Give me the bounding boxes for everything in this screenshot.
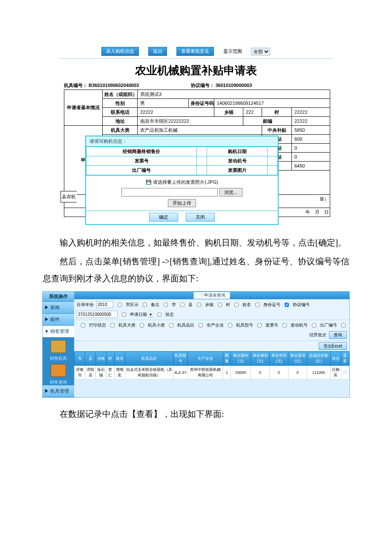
subsidy-central-label: 中央补贴 [262, 126, 292, 135]
machine-no-value: B360101090602040003 [89, 83, 139, 88]
invoice-no-input[interactable] [197, 156, 207, 166]
start-upload-button[interactable]: 开始上传 [168, 199, 196, 207]
machine-cat-value: 农产品初加工机械 [138, 126, 262, 135]
subsidy-subtotal-value: 6450 [292, 162, 330, 171]
subsidy4-value: 0 [292, 153, 330, 162]
village-label: 村 [262, 108, 292, 117]
query-tab[interactable]: 📄 申请表查询 [193, 292, 231, 299]
machine-no-label: 机具编号： [64, 83, 87, 88]
invoice-pic-cell [267, 166, 277, 175]
scope-label: 显示范围 [223, 48, 242, 55]
chk-name[interactable] [234, 303, 239, 307]
post-label: 邮编 [243, 117, 292, 126]
blank-area [74, 380, 349, 397]
chk-village[interactable] [218, 303, 222, 307]
purchase-info-popup: 请填写购机信息： 经销商最终销售价 购机日期 发票号 发动机号 出厂编号 [85, 136, 279, 225]
query-grid-screenshot: 系统操作 ▶ 新闻 ▶ 邮件 ▼ 销售管理 销售机具 销售查询 ▶ 机具管理 📄… [42, 291, 350, 398]
invoice-pic-label: 发票图片 [207, 166, 268, 175]
sidebar-item-machines[interactable]: ▶ 机具管理 [43, 385, 74, 397]
idcard-label: 身份证号码 [189, 99, 214, 108]
factory-no-input[interactable] [197, 166, 207, 175]
gender-label: 性别 [103, 99, 138, 108]
popup-header: 请填写购机信息： [86, 136, 278, 147]
back-button[interactable]: 返回 [148, 47, 167, 56]
agreement-input[interactable] [77, 311, 118, 318]
export-excel-button[interactable]: 导出Excel [319, 342, 347, 350]
chk-township[interactable] [197, 303, 201, 307]
chk-smallcat[interactable] [140, 323, 144, 327]
upload-hint: 请选择要上传的发票照片(.JPG) [153, 179, 218, 185]
county-label: 县农机 [61, 191, 77, 202]
table-header-row: 市县 乡镇村 姓名机具品目 机具型号生产企业 数量单台国补(元) 单台省补(元)… [75, 352, 349, 366]
book-icon[interactable] [51, 340, 66, 353]
date-line: 年 月 日 [306, 209, 329, 215]
table-row[interactable]: 济南市济阳县 垛石镇里仁 周维友自走式玉米联合收获机（具有脱粒功能） 4LZ-3… [75, 366, 349, 380]
input-purchase-button[interactable]: 录入购机信息 [101, 47, 139, 56]
scope-select[interactable]: 全部 [251, 48, 270, 55]
chk-batch[interactable] [341, 323, 346, 327]
chk-county[interactable] [180, 303, 184, 307]
chk-applydate[interactable] [122, 312, 126, 317]
doc-paragraph-2: 然后，点击菜单[销售管理] ->[销售查询],通过姓名、身份证号、协议编号等信息… [43, 253, 349, 287]
view-row-button[interactable]: 📄 [341, 366, 349, 380]
browse-button[interactable]: 浏览... [219, 188, 242, 197]
search-icon[interactable] [51, 364, 66, 377]
subsidy2-value: 600 [292, 135, 330, 144]
seal-text: 章） [320, 196, 329, 202]
sidebar-item-mail[interactable]: ▶ 邮件 [43, 314, 74, 326]
doc-paragraph-3: 在数据记录中点击【查看】，出现如下界面: [43, 405, 349, 422]
chk-remark[interactable] [143, 303, 147, 307]
chk-item[interactable] [169, 323, 173, 327]
phone-label: 联系电话 [103, 108, 138, 117]
filter-row-1: 目录年份 市区示 备注 市 县 乡镇 村 姓名 身份证号 协议编号 申请日期 ▾… [74, 299, 349, 320]
sales-query-label: 销售查询 [50, 379, 67, 385]
machine-cat-label: 机具大类 [103, 126, 138, 135]
sidebar-header: 系统操作 [43, 292, 74, 302]
result-table: 市县 乡镇村 姓名机具品目 机具型号生产企业 数量单台国补(元) 单台省补(元)… [74, 351, 349, 380]
chk-status[interactable] [157, 312, 161, 317]
confirm-button[interactable]: 确定 [149, 213, 178, 222]
chk-model[interactable] [228, 323, 232, 327]
upload-path-input[interactable] [121, 188, 218, 197]
review-button[interactable]: 查看审批意见 [176, 47, 214, 56]
subsidy-central-value: 5850 [292, 126, 330, 135]
divider [60, 58, 332, 59]
idcard-value: 140602198609124517 [214, 99, 330, 108]
village-value: 22222 [292, 108, 330, 117]
purchase-date-input[interactable] [267, 147, 277, 156]
chk-agreement[interactable] [285, 303, 289, 307]
township-value: 222 [243, 108, 262, 117]
chk-city[interactable] [164, 303, 168, 307]
address-label: 地址 [103, 117, 138, 126]
engine-no-input[interactable] [267, 156, 277, 166]
final-price-input[interactable] [197, 147, 207, 156]
chk-cityadm[interactable] [118, 303, 122, 307]
post-value: 22222 [292, 117, 330, 126]
doc-paragraph-1: 输入购机时的相关信息，如最终售价、购机日期、发动机号等，点击[确定]。 [43, 234, 349, 251]
chk-idcard[interactable] [255, 303, 259, 307]
query-button[interactable]: 查询 [329, 331, 347, 339]
factory-no-label: 出厂编号 [86, 166, 197, 175]
chk-invoice[interactable] [257, 323, 262, 327]
gender-value: 男 [138, 99, 189, 108]
name-label: 姓名（或组织） [103, 90, 138, 99]
engine-no-label: 发动机号 [207, 156, 268, 166]
applicant-section-label: 申请者基本情况 [64, 90, 103, 126]
chk-bigcat[interactable] [110, 323, 115, 327]
chk-engine[interactable] [282, 323, 287, 327]
close-button[interactable]: 关闭 [186, 213, 215, 222]
sidebar-item-news[interactable]: ▶ 新闻 [43, 302, 74, 314]
year-label: 目录年份 [77, 302, 94, 308]
chk-company[interactable] [199, 323, 203, 327]
final-price-label: 经销商最终销售价 [86, 147, 197, 156]
chk-factory[interactable] [312, 323, 316, 327]
agreement-no-value: 36010109000003 [216, 83, 252, 88]
address-value: 南昌市市辖区22222222 [138, 117, 243, 126]
grid-title-bar: 📄 申请表查询 [74, 292, 349, 299]
sidebar-item-sales[interactable]: ▼ 销售管理 [43, 326, 74, 338]
sales-tool-label: 销售机具 [50, 356, 67, 361]
year-input[interactable] [96, 301, 113, 308]
agreement-no-label: 协议编号： [191, 83, 214, 88]
township-label: 乡镇 [214, 108, 243, 117]
chk-print[interactable] [81, 323, 85, 327]
